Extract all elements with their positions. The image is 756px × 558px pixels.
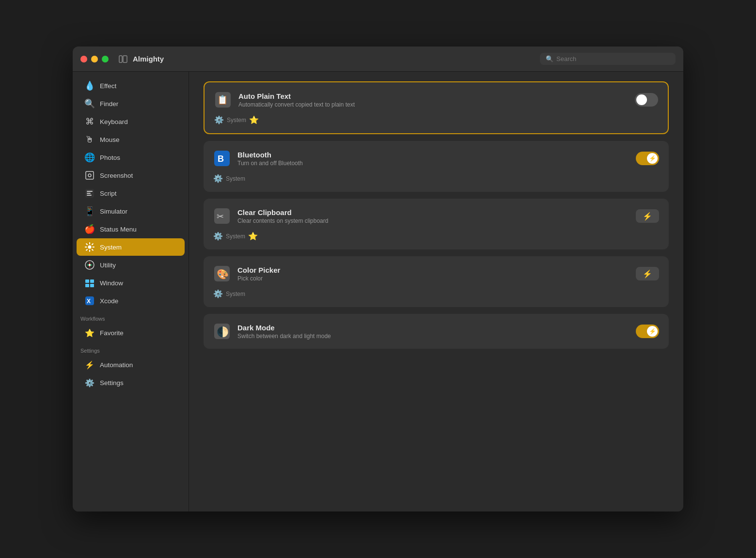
sidebar-item-finder[interactable]: 🔍 Finder <box>77 95 185 112</box>
sidebar-item-utility[interactable]: Utility <box>77 256 185 274</box>
card-star-icon: ⭐ <box>249 115 259 124</box>
sidebar-item-label: Status Menu <box>100 226 137 233</box>
photos-icon: 🌐 <box>84 152 95 163</box>
card-footer: ⚙️ System ⭐ <box>213 232 659 241</box>
card-desc: Pick color <box>237 275 280 282</box>
sidebar-item-automation[interactable]: ⚡ Automation <box>77 356 185 373</box>
sidebar-item-screenshot[interactable]: Screenshot <box>77 167 185 184</box>
sidebar-item-settings[interactable]: ⚙️ Settings <box>77 374 185 391</box>
automation-icon: ⚡ <box>84 359 95 370</box>
svg-rect-13 <box>85 284 89 287</box>
card-clear-clipboard: ✂ Clear Clipboard Clear contents on syst… <box>204 199 669 249</box>
app-title: Almighty <box>133 55 164 63</box>
main-layout: 💧 Effect 🔍 Finder ⌘ Keyboard 🖱 Mouse 🌐 P… <box>73 72 683 512</box>
card-top: 🎨 Color Picker Pick color ⚡ <box>213 265 659 282</box>
titlebar: Almighty 🔍 <box>73 46 683 72</box>
sidebar-toggle-icon[interactable] <box>118 54 128 64</box>
bluetooth-toggle[interactable]: ⚡ <box>636 152 659 165</box>
svg-rect-5 <box>87 191 93 192</box>
sidebar-item-window[interactable]: Window <box>77 274 185 292</box>
card-desc: Automatically convert copied text to pla… <box>238 101 355 108</box>
sidebar-item-label: Screenshot <box>100 172 133 179</box>
card-footer: ⚙️ System ⭐ <box>214 115 658 124</box>
card-top: 📋 Auto Plain Text Automatically convert … <box>214 91 658 108</box>
card-left: 📋 Auto Plain Text Automatically convert … <box>214 91 355 108</box>
card-footer-label: System <box>226 233 245 240</box>
card-left: B Bluetooth Turn on and off Bluetooth <box>213 150 303 167</box>
search-input[interactable] <box>556 55 670 62</box>
sidebar-item-label: Utility <box>100 262 116 269</box>
sidebar-item-label: Settings <box>100 379 124 387</box>
svg-text:🌓: 🌓 <box>217 326 229 338</box>
card-top: ✂ Clear Clipboard Clear contents on syst… <box>213 207 659 225</box>
card-left: 🌓 Dark Mode Switch between dark and ligh… <box>213 323 331 340</box>
sidebar-item-script[interactable]: Script <box>77 185 185 202</box>
svg-point-10 <box>89 264 91 266</box>
svg-rect-12 <box>90 279 94 283</box>
sidebar-item-system[interactable]: System <box>77 238 185 256</box>
svg-rect-7 <box>87 195 92 196</box>
toggle-bolt-icon: ⚡ <box>649 155 656 162</box>
clear-clipboard-action-btn[interactable]: ⚡ <box>636 209 659 223</box>
svg-rect-11 <box>85 279 89 283</box>
sidebar-item-photos[interactable]: 🌐 Photos <box>77 149 185 166</box>
maximize-button[interactable] <box>102 56 109 62</box>
bluetooth-icon: B <box>213 150 231 167</box>
sidebar-item-label: Keyboard <box>100 118 128 125</box>
script-icon <box>84 188 95 199</box>
card-top: 🌓 Dark Mode Switch between dark and ligh… <box>213 323 659 340</box>
card-auto-plain-text: 📋 Auto Plain Text Automatically convert … <box>204 81 669 134</box>
search-icon: 🔍 <box>546 55 553 62</box>
status-menu-icon: 🍎 <box>84 224 95 234</box>
card-footer-label: System <box>226 291 245 297</box>
svg-text:B: B <box>218 154 224 164</box>
sidebar-item-label: Automation <box>100 361 133 369</box>
app-window: Almighty 🔍 💧 Effect 🔍 Finder ⌘ Keyboard … <box>73 46 683 512</box>
xcode-icon: X <box>84 295 95 306</box>
color-picker-action-btn[interactable]: ⚡ <box>636 267 659 280</box>
card-desc: Switch between dark and light mode <box>237 333 331 340</box>
svg-text:📋: 📋 <box>217 94 228 105</box>
svg-point-8 <box>88 246 92 249</box>
card-desc: Turn on and off Bluetooth <box>237 160 303 167</box>
card-title: Dark Mode <box>237 324 331 332</box>
search-bar[interactable]: 🔍 <box>540 53 676 65</box>
card-text: Bluetooth Turn on and off Bluetooth <box>237 151 303 167</box>
bolt-icon: ⚡ <box>643 269 652 279</box>
toggle-bolt-icon: ⚡ <box>649 328 656 335</box>
sidebar: 💧 Effect 🔍 Finder ⌘ Keyboard 🖱 Mouse 🌐 P… <box>73 72 189 512</box>
auto-plain-text-toggle[interactable] <box>635 93 658 107</box>
card-footer: ⚙️ System <box>213 174 659 183</box>
card-bluetooth: B Bluetooth Turn on and off Bluetooth ⚡ <box>204 141 669 192</box>
toggle-knob: ⚡ <box>647 153 658 164</box>
card-gear-icon: ⚙️ <box>213 174 223 183</box>
finder-icon: 🔍 <box>84 98 95 109</box>
sidebar-item-label: Finder <box>100 100 118 108</box>
card-left: 🎨 Color Picker Pick color <box>213 265 280 282</box>
card-desc: Clear contents on system clipboard <box>237 217 328 224</box>
close-button[interactable] <box>80 56 87 62</box>
sidebar-item-mouse[interactable]: 🖱 Mouse <box>77 131 185 148</box>
card-gear-icon: ⚙️ <box>213 289 223 298</box>
sidebar-item-status-menu[interactable]: 🍎 Status Menu <box>77 220 185 238</box>
sidebar-item-label: Xcode <box>100 297 118 305</box>
sidebar-item-label: System <box>100 244 122 251</box>
sidebar-item-label: Script <box>100 190 117 197</box>
sidebar-item-label: Effect <box>100 82 116 90</box>
svg-rect-0 <box>119 56 122 62</box>
effect-icon: 💧 <box>84 80 95 91</box>
dark-mode-toggle[interactable]: ⚡ <box>636 325 659 338</box>
sidebar-item-keyboard[interactable]: ⌘ Keyboard <box>77 113 185 130</box>
sidebar-item-simulator[interactable]: 📱 Simulator <box>77 202 185 220</box>
svg-text:🎨: 🎨 <box>217 268 229 280</box>
svg-rect-1 <box>123 56 127 62</box>
sidebar-item-xcode[interactable]: X Xcode <box>77 292 185 310</box>
card-text: Dark Mode Switch between dark and light … <box>237 324 331 340</box>
minimize-button[interactable] <box>91 56 98 62</box>
sidebar-item-effect[interactable]: 💧 Effect <box>77 77 185 94</box>
card-title: Bluetooth <box>237 151 303 159</box>
window-icon <box>84 278 95 288</box>
bolt-icon: ⚡ <box>643 212 652 221</box>
sidebar-item-label: Photos <box>100 154 120 161</box>
sidebar-item-favorite[interactable]: ⭐ Favorite <box>77 324 185 341</box>
